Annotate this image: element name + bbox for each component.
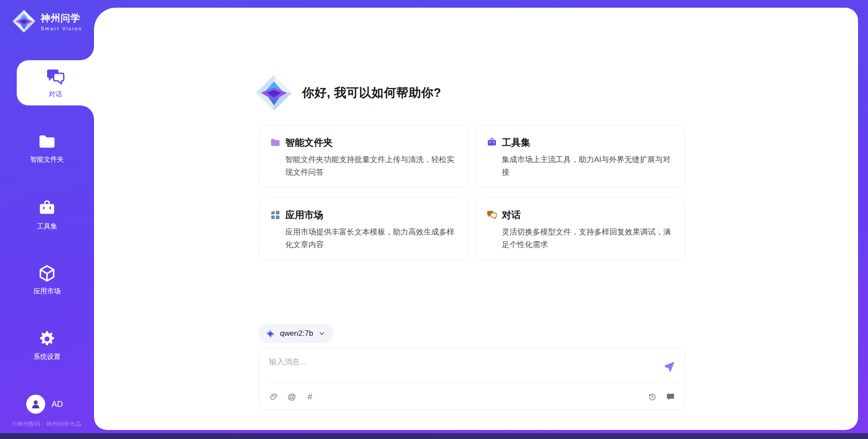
brand-name: 神州问学 <box>41 12 82 24</box>
model-name: qwen2:7b <box>280 329 313 338</box>
card-smart-folder[interactable]: 智能文件夹 智能文件夹功能支持批量文件上传与清洗，轻松实现文件问答 <box>259 125 469 187</box>
card-title: 对话 <box>502 209 521 221</box>
app-screen: 你好, 我可以如何帮助你? 智能文件夹 智能文件夹功能支持批量文件上传与清洗，轻… <box>0 0 868 439</box>
greeting-block: 你好, 我可以如何帮助你? <box>255 74 441 112</box>
feature-cards: 智能文件夹 智能文件夹功能支持批量文件上传与清洗，轻松实现文件问答 工具集 集成… <box>259 125 685 260</box>
card-title: 工具集 <box>502 136 530 149</box>
toolbox-icon <box>38 199 57 218</box>
toolbox-icon <box>486 137 497 148</box>
sidebar-item-label: 应用市场 <box>33 287 61 296</box>
sidebar-item-toolset[interactable]: 工具集 <box>0 199 94 231</box>
sidebar: 神州问学 Smart Vision 对话 智能文件夹 工具集 应用市场 系统设置 <box>0 0 94 433</box>
card-chat[interactable]: 对话 灵活切换多模型文件，支持多样回复效果调试，满足个性化需求 <box>475 197 685 260</box>
folder-icon <box>38 132 57 151</box>
sidebar-item-label: 对话 <box>49 90 62 99</box>
card-description: 智能文件夹功能支持批量文件上传与清洗，轻松实现文件问答 <box>285 153 458 179</box>
brand-diamond-icon <box>255 74 293 112</box>
sidebar-item-smart-folder[interactable]: 智能文件夹 <box>0 132 94 164</box>
message-input[interactable] <box>269 355 640 369</box>
chevron-down-icon <box>318 330 326 337</box>
send-icon[interactable] <box>663 360 675 372</box>
sidebar-item-app-market[interactable]: 应用市场 <box>0 264 94 296</box>
apps-icon <box>270 210 281 220</box>
main-panel: 你好, 我可以如何帮助你? 智能文件夹 智能文件夹功能支持批量文件上传与清洗，轻… <box>94 8 858 430</box>
card-description: 集成市场上主流工具，助力AI与外界无缝扩展与对接 <box>502 153 675 179</box>
chat-icon <box>486 210 497 220</box>
card-title: 应用市场 <box>285 209 323 221</box>
brand-logo: 神州问学 Smart Vision <box>12 9 82 33</box>
chat-bubble-icon[interactable] <box>665 392 675 401</box>
hashtag-icon[interactable]: # <box>305 392 315 401</box>
composer-divider <box>268 382 679 382</box>
card-app-market[interactable]: 应用市场 应用市场提供丰富长文本模板，助力高效生成多样化文章内容 <box>259 197 469 260</box>
copyright-text: ©神州数码 · 神州问学出品 <box>0 420 94 428</box>
sidebar-item-label: 工具集 <box>37 222 57 231</box>
sidebar-item-chat[interactable]: 对话 <box>17 60 94 105</box>
person-icon <box>30 398 42 410</box>
sidebar-item-settings[interactable]: 系统设置 <box>0 329 94 361</box>
message-composer: @ # <box>259 348 685 410</box>
folder-icon <box>270 137 281 148</box>
history-icon[interactable] <box>647 392 657 401</box>
card-title: 智能文件夹 <box>285 136 333 149</box>
brand-subtitle: Smart Vision <box>41 26 82 31</box>
composer-toolbar: @ # <box>269 392 675 401</box>
card-description: 灵活切换多模型文件，支持多样回复效果调试，满足个性化需求 <box>502 226 675 251</box>
greeting-text: 你好, 我可以如何帮助你? <box>302 85 441 101</box>
user-name: AD <box>52 400 63 409</box>
cube-icon <box>38 264 57 283</box>
card-toolset[interactable]: 工具集 集成市场上主流工具，助力AI与外界无缝扩展与对接 <box>475 125 685 187</box>
mention-icon[interactable]: @ <box>287 392 297 401</box>
model-diamond-icon <box>265 328 276 339</box>
model-selector[interactable]: qwen2:7b <box>259 324 334 343</box>
sidebar-item-label: 智能文件夹 <box>30 155 64 164</box>
attachment-icon[interactable] <box>269 392 278 401</box>
avatar <box>26 395 45 414</box>
gear-icon <box>38 329 57 348</box>
user-account-button[interactable]: AD <box>26 395 63 414</box>
card-description: 应用市场提供丰富长文本模板，助力高效生成多样化文章内容 <box>285 226 458 251</box>
chat-icon <box>46 67 66 87</box>
brand-diamond-icon <box>12 9 36 33</box>
sidebar-item-label: 系统设置 <box>33 353 61 361</box>
